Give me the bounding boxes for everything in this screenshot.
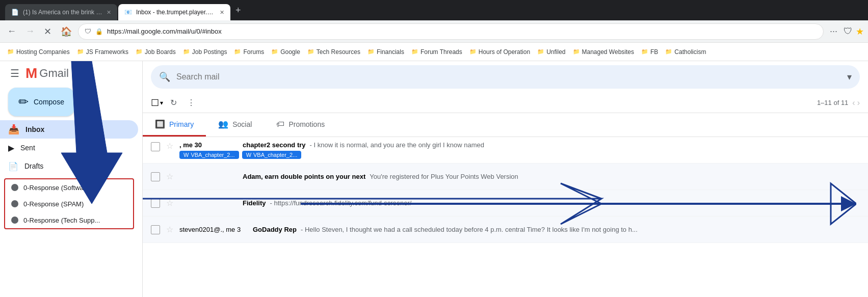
email-sender: , me 30 [179, 141, 241, 149]
sidebar-item-sent[interactable]: ▶ Sent [0, 139, 138, 157]
pagination-nav: ‹ › [852, 98, 860, 107]
sidebar-folder-item-software[interactable]: 0-Response (Software) [5, 179, 133, 196]
folder-icon: 📁 [537, 48, 544, 55]
email-content-area: , me 30 chapter2 second try - I know it … [179, 141, 860, 159]
sidebar-item-label: Sent [20, 144, 35, 152]
checkbox-icon[interactable] [151, 225, 160, 234]
select-checkbox[interactable]: ☐ [151, 97, 159, 109]
forward-button[interactable]: → [22, 24, 38, 39]
star-icon[interactable]: ☆ [166, 225, 173, 234]
hamburger-button[interactable]: ☰ [8, 65, 21, 82]
gmail-header: ☰ M Gmail [0, 61, 142, 86]
bookmark-label: Managed Websites [582, 48, 635, 56]
attachment-1[interactable]: W VBA_chapter_2... [179, 151, 239, 159]
bookmark-label: Hosting Companies [16, 48, 70, 56]
bookmark-managed-websites[interactable]: 📁 Managed Websites [570, 46, 638, 58]
bookmark-forum-threads[interactable]: 📁 Forum Threads [408, 46, 465, 58]
sidebar-item-drafts[interactable]: 📄 Drafts [0, 157, 138, 175]
email-row[interactable]: ☆ steven0201@., me 3 GoDaddy Rep - Hello… [143, 217, 868, 243]
bookmark-forums[interactable]: 📁 Forums [231, 46, 267, 58]
bookmark-label: Financials [377, 48, 404, 56]
bookmark-job-postings[interactable]: 📁 Job Postings [180, 46, 230, 58]
bookmark-job-boards[interactable]: 📁 Job Boards [133, 46, 179, 58]
sidebar-item-inbox[interactable]: 📥 Inbox [0, 120, 138, 139]
checkbox-icon[interactable] [151, 172, 160, 181]
tab-social[interactable]: 👥 Social [206, 113, 264, 137]
tab-label: Promotions [288, 120, 325, 128]
address-bar[interactable]: 🛡 🔒 https://mail.google.com/mail/u/0/#in… [78, 23, 824, 40]
folder-icon: 📁 [573, 48, 580, 55]
bookmark-js-frameworks[interactable]: 📁 JS Frameworks [74, 46, 131, 58]
bookmark-financials[interactable]: 📁 Financials [364, 46, 407, 58]
main-content: 🔍 ▾ ☐ ▾ ↻ ⋮ 1–11 of 11 ‹ › 🔲 Primary [143, 61, 868, 297]
tab-1-close[interactable]: ✕ [107, 9, 111, 16]
more-actions-button[interactable]: ··· [827, 26, 840, 37]
search-input[interactable] [176, 72, 841, 82]
checkbox-icon[interactable] [151, 199, 160, 208]
tab-2[interactable]: 📧 Inbox - the.trumpet.player.aje... ✕ [118, 4, 230, 20]
search-dropdown-icon[interactable]: ▾ [847, 71, 852, 83]
search-icon: 🔍 [159, 71, 170, 83]
tab-1-favicon: 📄 [11, 9, 19, 16]
bookmark-tech-resources[interactable]: 📁 Tech Resources [304, 46, 363, 58]
bookmark-label: Hours of Operation [479, 48, 530, 56]
email-sender: steven0201@., me 3 [179, 226, 251, 233]
email-content-area: Fidelity - https://fundresearch.fidelity… [179, 199, 860, 207]
refresh-button[interactable]: ↻ [167, 95, 180, 111]
email-subject: GoDaddy Rep [253, 226, 297, 233]
folder-item-label: 0-Response (Tech Supp... [23, 217, 100, 224]
prev-page-button[interactable]: ‹ [852, 98, 855, 107]
sidebar-folder-item-spam[interactable]: 0-Response (SPAM) [5, 196, 133, 212]
bookmark-label: FB [650, 48, 658, 56]
bookmark-label: Tech Resources [317, 48, 360, 56]
bookmarks-bar: 📁 Hosting Companies 📁 JS Frameworks 📁 Jo… [0, 43, 868, 61]
gmail-text: Gmail [39, 67, 68, 80]
email-row[interactable]: ☆ , me 30 chapter2 second try - I know i… [143, 137, 868, 164]
bookmark-fb[interactable]: 📁 FB [638, 46, 661, 58]
attachment-2[interactable]: W VBA_chapter_2... [242, 151, 302, 159]
gmail-m-logo: M [25, 65, 37, 82]
attachment-name: VBA_chapter_2... [191, 152, 234, 158]
folder-dot-icon [11, 184, 18, 191]
word-icon: W [183, 152, 189, 158]
new-tab-button[interactable]: + [231, 5, 245, 16]
select-dropdown-icon[interactable]: ▾ [160, 99, 163, 106]
star-icon[interactable]: ☆ [166, 141, 173, 151]
email-row[interactable]: ☆ Adam, earn double points on your next … [143, 164, 868, 190]
search-bar[interactable]: 🔍 ▾ [151, 65, 860, 89]
promotions-tab-icon: 🏷 [276, 120, 284, 129]
tab-1[interactable]: 📄 (1) Is America on the brink of C ✕ [5, 4, 117, 20]
compose-button[interactable]: ✏ Compose [8, 88, 74, 116]
home-button[interactable]: 🏠 [58, 24, 75, 39]
more-options-button[interactable]: ⋮ [184, 95, 198, 111]
folder-icon: 📁 [271, 48, 278, 55]
bookmark-hours-of-operation[interactable]: 📁 Hours of Operation [466, 46, 533, 58]
back-button[interactable]: ← [4, 24, 19, 39]
bookmark-label: Forum Threads [420, 48, 462, 56]
mail-tabs: 🔲 Primary 👥 Social 🏷 Promotions [143, 113, 868, 137]
folder-icon: 📁 [411, 48, 418, 55]
tab-2-close[interactable]: ✕ [220, 9, 224, 16]
reload-button[interactable]: ✕ [41, 24, 55, 39]
bookmark-catholicism[interactable]: 📁 Catholicism [662, 46, 709, 58]
tab-primary[interactable]: 🔲 Primary [143, 113, 206, 137]
tab-label: Social [232, 120, 252, 128]
next-page-button[interactable]: › [857, 98, 860, 107]
tab-promotions[interactable]: 🏷 Promotions [264, 113, 337, 137]
checkbox-icon[interactable] [151, 142, 160, 151]
address-url[interactable]: https://mail.google.com/mail/u/0/#inbox [107, 28, 817, 35]
bookmark-unfiled[interactable]: 📁 Unfiled [534, 46, 568, 58]
folder-icon: 📁 [7, 48, 14, 55]
sidebar-folder-item-tech-support[interactable]: 0-Response (Tech Supp... [5, 212, 133, 228]
select-checkbox-area[interactable]: ☐ ▾ [151, 97, 163, 109]
email-preview2: You're registered for Plus Your Points W… [370, 173, 518, 180]
compose-label: Compose [34, 98, 64, 106]
tab-1-title: (1) Is America on the brink of C [23, 9, 102, 16]
shield-extension-icon[interactable]: 🛡 [844, 26, 853, 37]
email-row[interactable]: ☆ Fidelity - https://fundresearch.fideli… [143, 190, 868, 217]
star-icon[interactable]: ☆ [166, 172, 173, 181]
bookmark-hosting-companies[interactable]: 📁 Hosting Companies [4, 46, 73, 58]
star-icon[interactable]: ☆ [166, 198, 173, 208]
bookmark-google[interactable]: 📁 Google [268, 46, 303, 58]
bookmark-star-icon[interactable]: ★ [856, 26, 864, 37]
